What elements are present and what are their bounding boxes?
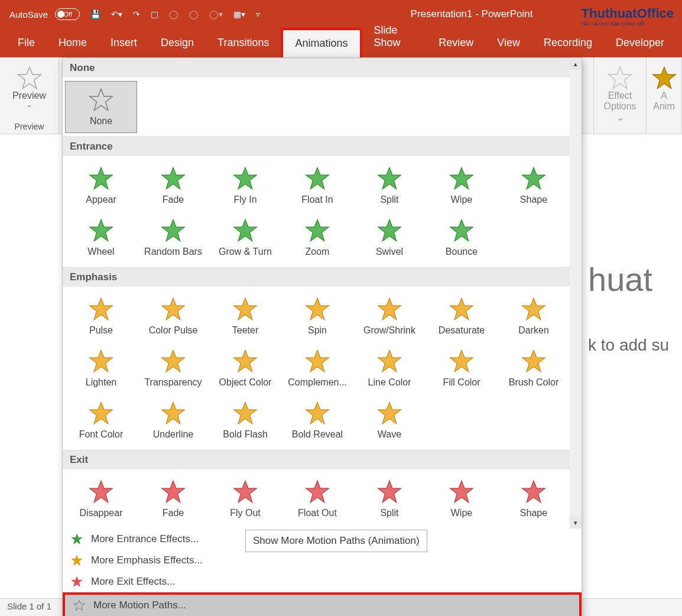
animation-lighten[interactable]: Lighten [65,342,137,394]
tab-file[interactable]: File [6,30,47,57]
animation-fade[interactable]: Fade [137,473,209,525]
animation-complemen-[interactable]: Complemen... [281,342,353,394]
svg-marker-23 [522,299,545,320]
scroll-down-button[interactable]: ▾ [570,517,582,529]
animation-grow-shrink[interactable]: Grow/Shrink [353,290,426,342]
animation-shape[interactable]: Shape [498,473,570,525]
animation-bounce[interactable]: Bounce [426,212,498,264]
animation-shape[interactable]: Shape [498,160,570,212]
animation-swivel[interactable]: Swivel [353,212,426,264]
animation-spin[interactable]: Spin [281,290,353,342]
autosave-label: AutoSave [6,7,51,22]
svg-marker-4 [90,168,113,189]
svg-marker-1 [609,67,632,89]
animation-pulse[interactable]: Pulse [65,290,137,342]
tab-design[interactable]: Design [149,30,206,57]
svg-marker-36 [90,481,113,502]
svg-marker-37 [162,481,185,502]
tab-animations[interactable]: Animations [281,28,362,58]
svg-marker-16 [450,220,473,241]
animation-appear[interactable]: Appear [65,160,137,212]
animation-teeter[interactable]: Teeter [209,290,281,342]
animation-disappear[interactable]: Disappear [65,473,137,525]
animation-fly-out[interactable]: Fly Out [209,473,281,525]
animation-wipe[interactable]: Wipe [426,473,498,525]
scroll-up-button[interactable]: ▴ [570,58,582,70]
svg-marker-0 [18,67,41,89]
redo-icon[interactable]: ↷ [129,7,144,21]
green-star-icon [71,533,83,545]
category-emphasis-header: Emphasis [63,267,582,287]
animation-transparency[interactable]: Transparency [137,342,209,394]
animation-desaturate[interactable]: Desaturate [426,290,498,342]
slide-subtitle-placeholder[interactable]: k to add su [588,336,669,355]
animation-zoom[interactable]: Zoom [281,212,353,264]
preview-group: Preview ⌄ Preview [0,57,59,134]
animation-object-color[interactable]: Object Color [209,342,281,394]
animation-fly-in[interactable]: Fly In [209,160,281,212]
tab-slide-show[interactable]: Slide Show [362,17,427,57]
svg-marker-3 [90,89,113,111]
animation-line-color[interactable]: Line Color [353,342,426,394]
touch-mode-icon[interactable]: ◯ [165,7,182,21]
animation-wipe[interactable]: Wipe [426,160,498,212]
svg-marker-28 [378,351,401,372]
animation-bold-reveal[interactable]: Bold Reveal [281,394,353,446]
more-exit-effects[interactable]: More Exit Effects... [63,571,582,592]
animation-darken[interactable]: Darken [498,290,570,342]
svg-marker-24 [90,351,113,372]
svg-marker-40 [378,481,401,502]
animation-fill-color[interactable]: Fill Color [426,342,498,394]
preview-button[interactable]: Preview ⌄ [5,62,53,112]
tab-insert[interactable]: Insert [99,30,149,57]
animation-random-bars[interactable]: Random Bars [137,212,209,264]
tab-transitions[interactable]: Transitions [206,30,281,57]
quick-access-toolbar: AutoSave Off 💾 ↶▾ ↷ ▢ ◯ ◯ ◯▾ ▦▾ ▿ [2,5,264,24]
slide-title-placeholder[interactable]: huat [588,260,652,299]
animation-bold-flash[interactable]: Bold Flash [209,394,281,446]
tab-developer[interactable]: Developer [604,30,676,57]
qat-more-icon[interactable]: ▿ [252,7,264,21]
toggle-switch[interactable]: Off [55,8,80,20]
animation-color-pulse[interactable]: Color Pulse [137,290,209,342]
animation-font-color[interactable]: Font Color [65,394,137,446]
tab-view[interactable]: View [485,30,532,57]
animation-fade[interactable]: Fade [137,160,209,212]
animation-split[interactable]: Split [353,473,426,525]
table-icon[interactable]: ▦▾ [230,7,249,21]
gray-star-icon [73,599,85,611]
svg-marker-29 [450,351,473,372]
svg-marker-46 [74,600,85,610]
more-motion-paths[interactable]: More Motion Paths... [63,592,582,616]
qat-icon[interactable]: ◯ [186,7,202,21]
tab-review[interactable]: Review [427,30,485,57]
animation-wave[interactable]: Wave [353,394,426,446]
animation-underline[interactable]: Underline [137,394,209,446]
svg-marker-38 [234,481,257,502]
animation-brush-color[interactable]: Brush Color [498,342,570,394]
slideshow-icon[interactable]: ▢ [147,7,162,21]
scrollbar[interactable]: ▴ ▾ [570,58,582,529]
svg-marker-41 [450,481,473,502]
qat-icon-2[interactable]: ◯▾ [206,7,226,21]
tab-home[interactable]: Home [47,30,99,57]
autosave-toggle[interactable]: AutoSave Off [2,5,83,24]
undo-icon[interactable]: ↶▾ [108,7,126,21]
svg-marker-14 [306,220,329,241]
save-icon[interactable]: 💾 [87,7,104,21]
animation-wheel[interactable]: Wheel [65,212,137,264]
animation-none[interactable]: None [65,81,137,133]
add-animation-button[interactable]: A Anim [645,62,683,115]
effect-options-group: Effect Options ⌄ [593,57,647,134]
animation-float-in[interactable]: Float In [281,160,353,212]
animation-float-out[interactable]: Float Out [281,473,353,525]
tab-recording[interactable]: Recording [532,30,604,57]
animation-grow-turn[interactable]: Grow & Turn [209,212,281,264]
effect-options-button[interactable]: Effect Options ⌄ [596,62,643,127]
animation-split[interactable]: Split [353,160,426,212]
svg-marker-45 [72,576,82,586]
star-gear-icon [608,66,632,90]
more-emphasis-effects[interactable]: More Emphasis Effects... [63,550,582,571]
ribbon-tabs: FileHomeInsertDesignTransitionsAnimation… [0,28,682,57]
watermark-logo: ThuthuatOfficeTẤT CẢ CHO BẠN CÔNG SỞ [582,6,674,27]
